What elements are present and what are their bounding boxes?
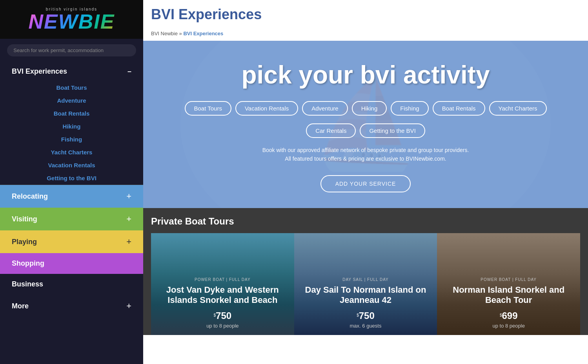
logo-area: british virgin islands NEWBIE	[0, 0, 143, 39]
breadcrumb-parent[interactable]: BVI Newbie	[151, 31, 178, 36]
hero-title: pick your bvi activity	[151, 60, 580, 89]
visiting-label: Visiting	[12, 215, 37, 223]
tour-card-1-tag: POWER BOAT | FULL DAY	[157, 277, 288, 282]
pill-hiking[interactable]: Hiking	[352, 101, 387, 116]
tour-cards-container: POWER BOAT | FULL DAY Jost Van Dyke and …	[151, 233, 580, 335]
shopping-label: Shopping	[12, 259, 44, 268]
logo-main-text: NEWBIE	[29, 11, 115, 32]
breadcrumb-separator: »	[179, 31, 184, 36]
pill-getting-to-bvi[interactable]: Getting to the BVI	[360, 123, 425, 138]
business-label: Business	[12, 280, 43, 288]
page-title: BVI Experiences	[151, 6, 580, 23]
pill-boat-tours[interactable]: Boat Tours	[185, 101, 231, 116]
main-content: BVI Experiences BVI Newbie » BVI Experie…	[143, 0, 588, 364]
sidebar-item-boat-rentals[interactable]: Boat Rentals	[0, 107, 143, 120]
breadcrumb-bar: BVI Newbie » BVI Experiences	[143, 26, 588, 41]
tour-card-2-guests: max. 6 guests	[300, 323, 431, 329]
activity-pills-container: Boat Tours Vacation Rentals Adventure Hi…	[151, 101, 580, 116]
tour-card-2[interactable]: DAY SAIL | FULL DAY Day Sail To Norman I…	[294, 233, 437, 335]
hero-desc-line1: Book with our approved affiliate network…	[151, 146, 580, 154]
tour-card-1-name: Jost Van Dyke and Western Islands Snorke…	[157, 285, 288, 306]
tour-card-3[interactable]: POWER BOAT | FULL DAY Norman Island Snor…	[437, 233, 580, 335]
bvi-experiences-menu-item[interactable]: BVI Experiences –	[0, 62, 143, 81]
pill-adventure[interactable]: Adventure	[302, 101, 348, 116]
sidebar-item-relocating[interactable]: Relocating +	[0, 185, 143, 208]
relocating-label: Relocating	[12, 192, 48, 201]
tour-card-3-tag: POWER BOAT | FULL DAY	[443, 277, 574, 282]
visiting-toggle-icon: +	[126, 214, 131, 224]
bvi-experiences-toggle: –	[127, 67, 131, 76]
sidebar-item-more[interactable]: More +	[0, 295, 143, 317]
sidebar-item-fishing[interactable]: Fishing	[0, 133, 143, 146]
activity-pills-row2: Car Rentals Getting to the BVI	[151, 123, 580, 138]
sidebar-item-playing[interactable]: Playing +	[0, 230, 143, 253]
tour-card-1[interactable]: POWER BOAT | FULL DAY Jost Van Dyke and …	[151, 233, 294, 335]
sidebar-item-business[interactable]: Business	[0, 274, 143, 295]
tour-card-1-inner: POWER BOAT | FULL DAY Jost Van Dyke and …	[151, 271, 294, 335]
bvi-experiences-section: BVI Experiences – Boat Tours Adventure B…	[0, 62, 143, 185]
hero-desc-line2: All featured tours offers & pricing are …	[151, 154, 580, 163]
search-bar[interactable]: Search for work permit, accommodation	[7, 44, 136, 56]
sidebar-item-hiking[interactable]: Hiking	[0, 120, 143, 133]
private-tours-title: Private Boat Tours	[151, 216, 580, 227]
pill-boat-rentals[interactable]: Boat Rentals	[433, 101, 485, 116]
tour-card-3-guests: up to 8 people	[443, 323, 574, 329]
sidebar-item-getting-to-bvi[interactable]: Getting to the BVI	[0, 172, 143, 185]
bvi-experiences-label: BVI Experiences	[12, 67, 67, 76]
page-header: BVI Experiences	[143, 0, 588, 26]
breadcrumb-current: BVI Experiences	[183, 31, 223, 36]
sidebar-item-visiting[interactable]: Visiting +	[0, 208, 143, 230]
relocating-toggle-icon: +	[126, 191, 131, 201]
hero-section: ⛵ pick your bvi activity Boat Tours Vaca…	[143, 41, 588, 208]
sidebar-item-adventure[interactable]: Adventure	[0, 94, 143, 107]
tour-card-3-price: $699	[443, 310, 574, 321]
tour-card-3-name: Norman Island Snorkel and Beach Tour	[443, 285, 574, 306]
tour-card-2-tag: DAY SAIL | FULL DAY	[300, 277, 431, 282]
add-service-button[interactable]: ADD YOUR SERVICE	[320, 175, 411, 192]
sidebar: british virgin islands NEWBIE Search for…	[0, 0, 143, 364]
tour-card-1-price: $750	[157, 310, 288, 321]
tour-card-2-name: Day Sail To Norman Island on Jeanneau 42	[300, 285, 431, 306]
playing-toggle-icon: +	[126, 237, 131, 247]
pill-yacht-charters[interactable]: Yacht Charters	[489, 101, 547, 116]
pill-vacation-rentals[interactable]: Vacation Rentals	[235, 101, 298, 116]
private-tours-section: Private Boat Tours POWER BOAT | FULL DAY…	[143, 208, 588, 335]
tour-card-2-inner: DAY SAIL | FULL DAY Day Sail To Norman I…	[294, 271, 437, 335]
more-toggle-icon: +	[126, 301, 131, 311]
playing-label: Playing	[12, 238, 37, 246]
sidebar-item-yacht-charters[interactable]: Yacht Charters	[0, 146, 143, 159]
hero-description: Book with our approved affiliate network…	[151, 146, 580, 163]
more-label: More	[12, 302, 29, 310]
tour-card-1-guests: up to 8 people	[157, 323, 288, 329]
pill-car-rentals[interactable]: Car Rentals	[306, 123, 356, 138]
logo: british virgin islands NEWBIE	[29, 7, 115, 32]
breadcrumb: BVI Newbie » BVI Experiences	[151, 31, 223, 36]
sidebar-item-boat-tours[interactable]: Boat Tours	[0, 81, 143, 94]
tour-card-3-inner: POWER BOAT | FULL DAY Norman Island Snor…	[437, 271, 580, 335]
pill-fishing[interactable]: Fishing	[391, 101, 428, 116]
sidebar-item-shopping[interactable]: Shopping	[0, 253, 143, 274]
sidebar-item-vacation-rentals[interactable]: Vacation Rentals	[0, 159, 143, 172]
tour-card-2-price: $750	[300, 310, 431, 321]
